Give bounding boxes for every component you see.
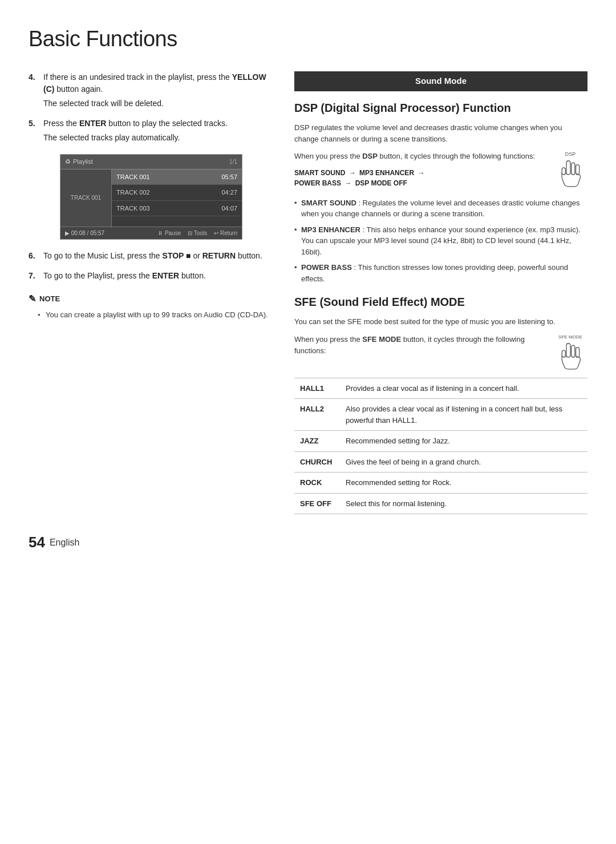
step-7-text: To go to the Playlist, press the ENTER b…: [43, 270, 274, 282]
ps-time-value: 00:08 / 05:57: [71, 230, 104, 236]
ps-track-time-1: 05:57: [221, 172, 237, 182]
sfe-row-rock: ROCK Recommended setting for Rock.: [294, 473, 587, 494]
ps-track-name-3: TRACK 003: [116, 204, 150, 213]
dsp-section: DSP (Digital Signal Processor) Function …: [294, 99, 587, 285]
note-title: NOTE: [39, 293, 60, 305]
note-icon: ✎: [29, 292, 36, 306]
tools-icon: ⊟: [188, 230, 192, 236]
sfe-icon-label: SFE MODE: [558, 334, 582, 341]
step-7-number: 7.: [29, 270, 39, 284]
sfe-key-hall1: HALL1: [294, 378, 340, 399]
svg-rect-6: [572, 345, 575, 357]
svg-rect-1: [572, 163, 575, 175]
dsp-bullet-mp3: MP3 ENHANCER : This also helps enhance y…: [294, 224, 587, 258]
dsp-hand-icon: [556, 160, 585, 189]
svg-rect-8: [562, 350, 565, 357]
sfe-row-church: CHURCH Gives the feel of being in a gran…: [294, 451, 587, 473]
dsp-text: When you press the DSP button, it cycles…: [294, 151, 546, 193]
sfe-val-jazz: Recommended setting for Jazz.: [340, 431, 587, 452]
step-5-content: Press the ENTER button to play the selec…: [43, 118, 274, 146]
pause-icon: ⏸: [157, 230, 163, 236]
sfe-key-off: SFE OFF: [294, 493, 340, 514]
step-6-number: 6.: [29, 250, 39, 264]
dsp-sequence: SMART SOUND → MP3 ENHANCER → POWER BASS …: [294, 168, 546, 188]
sfe-val-hall1: Provides a clear vocal as if listening i…: [340, 378, 587, 399]
dsp-arrow-1: →: [349, 169, 358, 177]
dsp-arrow-3: →: [345, 179, 353, 187]
dsp-icon-label: DSP: [565, 151, 576, 159]
step-5-number: 5.: [29, 118, 39, 146]
sfe-row-jazz: JAZZ Recommended setting for Jazz.: [294, 431, 587, 452]
sfe-body1: You can set the SFE mode best suited for…: [294, 316, 587, 328]
dsp-arrow-2: →: [418, 169, 424, 177]
play-icon: ▶: [65, 230, 70, 236]
note-item-1: You can create a playlist with up to 99 …: [38, 309, 274, 321]
sfe-body2: When you press the SFE MODE button, it c…: [294, 334, 546, 357]
ps-left-panel: TRACK 001: [60, 169, 112, 227]
dsp-with-icon: When you press the DSP button, it cycles…: [294, 151, 587, 193]
dsp-body2: When you press the DSP button, it cycles…: [294, 151, 546, 162]
sfe-val-rock: Recommended setting for Rock.: [340, 473, 587, 494]
playlist-label: Playlist: [73, 157, 93, 167]
dsp-bullets: SMART SOUND : Regulates the volume level…: [294, 197, 587, 285]
ps-tools-btn[interactable]: ⊟ Tools: [188, 229, 207, 237]
ps-header-title: ♻ Playlist: [65, 157, 93, 167]
dsp-seq-mp3: MP3 ENHANCER: [359, 169, 414, 177]
ps-track-row-3: TRACK 003 04:07: [112, 201, 242, 217]
sfe-table: HALL1 Provides a clear vocal as if liste…: [294, 378, 587, 515]
sfe-section: SFE (Sound Field Effect) MODE You can se…: [294, 293, 587, 514]
step-4-text: If there is an undesired track in the pl…: [43, 71, 274, 95]
sfe-text: When you press the SFE MODE button, it c…: [294, 334, 546, 362]
playlist-screen: ♻ Playlist 1/1 TRACK 001 TRACK 001 05:57…: [60, 154, 242, 240]
ps-track-row-2: TRACK 002 04:27: [112, 185, 242, 201]
ps-track-list: TRACK 001 05:57 TRACK 002 04:27 TRACK 00…: [112, 169, 242, 227]
ps-main: TRACK 001 TRACK 001 05:57 TRACK 002 04:2…: [60, 169, 242, 227]
sfe-key-hall2: HALL2: [294, 399, 340, 431]
note-list: You can create a playlist with up to 99 …: [29, 309, 274, 321]
sfe-with-icon: When you press the SFE MODE button, it c…: [294, 334, 587, 372]
dsp-bullet-smart-sound: SMART SOUND : Regulates the volume level…: [294, 197, 587, 220]
sound-mode-bar: Sound Mode: [294, 71, 587, 91]
svg-rect-5: [566, 343, 570, 357]
step-6: 6. To go to the Music List, press the ST…: [29, 250, 274, 264]
playlist-pagination: 1/1: [229, 158, 237, 166]
svg-rect-3: [562, 168, 565, 175]
page-title: Basic Functions: [29, 23, 587, 55]
ps-controls: ⏸ Pause ⊟ Tools ↩ Return: [157, 229, 237, 237]
sfe-val-church: Gives the feel of being in a grand churc…: [340, 451, 587, 473]
sfe-key-jazz: JAZZ: [294, 431, 340, 452]
page-number: 54: [29, 531, 45, 554]
ps-track-time-3: 04:07: [221, 204, 237, 213]
svg-rect-7: [576, 347, 579, 357]
ps-track-time-2: 04:27: [221, 188, 237, 197]
step-4-sub: The selected track will be deleted.: [43, 98, 274, 110]
step-4-number: 4.: [29, 71, 39, 112]
step-6-content: To go to the Music List, press the STOP …: [43, 250, 274, 264]
ps-return-btn[interactable]: ↩ Return: [214, 229, 237, 237]
step-6-text: To go to the Music List, press the STOP …: [43, 250, 274, 262]
sfe-val-hall2: Also provides a clear vocal as if listen…: [340, 399, 587, 431]
step-5-sub: The selected tracks play automatically.: [43, 132, 274, 144]
return-icon: ↩: [214, 230, 218, 236]
svg-rect-2: [576, 165, 579, 175]
page-footer: 54 English: [29, 531, 587, 554]
step-7-content: To go to the Playlist, press the ENTER b…: [43, 270, 274, 284]
page-language: English: [50, 536, 79, 550]
sfe-val-off: Select this for normal listening.: [340, 493, 587, 514]
ps-current-time: ▶ 00:08 / 05:57: [65, 229, 104, 237]
ps-pause-btn[interactable]: ⏸ Pause: [157, 229, 181, 237]
ps-left-track-label: TRACK 001: [71, 193, 101, 202]
sfe-row-hall1: HALL1 Provides a clear vocal as if liste…: [294, 378, 587, 399]
dsp-title: DSP (Digital Signal Processor) Function: [294, 99, 587, 116]
sfe-hand-icon: [556, 342, 585, 372]
dsp-body1: DSP regulates the volume level and decre…: [294, 122, 587, 145]
playlist-icon: ♻: [65, 157, 71, 167]
sfe-title: SFE (Sound Field Effect) MODE: [294, 293, 587, 310]
ps-header: ♻ Playlist 1/1: [60, 155, 242, 169]
step-4: 4. If there is an undesired track in the…: [29, 71, 274, 112]
sfe-row-off: SFE OFF Select this for normal listening…: [294, 493, 587, 514]
ps-track-row-1: TRACK 001 05:57: [112, 169, 242, 185]
dsp-seq-power-bass: POWER BASS: [294, 179, 341, 187]
dsp-seq-off: DSP MODE OFF: [355, 179, 407, 187]
sfe-key-rock: ROCK: [294, 473, 340, 494]
